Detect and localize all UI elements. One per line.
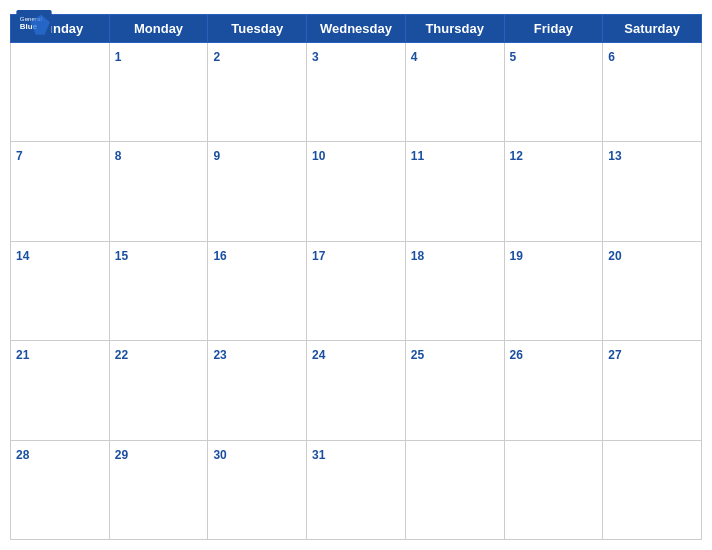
day-number: 9 [213,149,220,163]
calendar-day-16: 16 [208,241,307,340]
calendar-day-24: 24 [307,341,406,440]
day-number: 11 [411,149,424,163]
day-number: 3 [312,50,319,64]
calendar-day-10: 10 [307,142,406,241]
calendar-day-28: 28 [11,440,110,539]
calendar-day-7: 7 [11,142,110,241]
day-number: 5 [510,50,517,64]
day-number: 2 [213,50,220,64]
calendar-day-31: 31 [307,440,406,539]
calendar-week-2: 14151617181920 [11,241,702,340]
calendar-day-6: 6 [603,43,702,142]
day-number: 18 [411,249,424,263]
calendar-day-5: 5 [504,43,603,142]
calendar-day-15: 15 [109,241,208,340]
weekday-header-wednesday: Wednesday [307,15,406,43]
day-number: 13 [608,149,621,163]
day-number: 22 [115,348,128,362]
day-number: 8 [115,149,122,163]
day-number: 14 [16,249,29,263]
day-number: 19 [510,249,523,263]
day-number: 12 [510,149,523,163]
calendar-day-1: 1 [109,43,208,142]
day-number: 29 [115,448,128,462]
calendar-day-2: 2 [208,43,307,142]
calendar-day-22: 22 [109,341,208,440]
calendar-day-empty [504,440,603,539]
calendar-week-0: 123456 [11,43,702,142]
calendar-day-9: 9 [208,142,307,241]
day-number: 23 [213,348,226,362]
calendar-day-20: 20 [603,241,702,340]
calendar-day-3: 3 [307,43,406,142]
calendar-day-8: 8 [109,142,208,241]
calendar-day-empty [11,43,110,142]
calendar-day-17: 17 [307,241,406,340]
day-number: 17 [312,249,325,263]
day-number: 25 [411,348,424,362]
weekday-header-thursday: Thursday [405,15,504,43]
day-number: 1 [115,50,122,64]
calendar-week-4: 28293031 [11,440,702,539]
calendar-body: 1234567891011121314151617181920212223242… [11,43,702,540]
calendar-day-18: 18 [405,241,504,340]
calendar-day-empty [603,440,702,539]
day-number: 21 [16,348,29,362]
day-number: 10 [312,149,325,163]
logo: General Blue [16,10,52,42]
day-number: 6 [608,50,615,64]
calendar: SundayMondayTuesdayWednesdayThursdayFrid… [0,14,712,550]
calendar-day-11: 11 [405,142,504,241]
day-number: 16 [213,249,226,263]
calendar-day-30: 30 [208,440,307,539]
weekday-header-saturday: Saturday [603,15,702,43]
calendar-header: SundayMondayTuesdayWednesdayThursdayFrid… [11,15,702,43]
day-number: 4 [411,50,418,64]
calendar-day-empty [405,440,504,539]
day-number: 30 [213,448,226,462]
logo-icon: General Blue [16,10,52,40]
calendar-day-21: 21 [11,341,110,440]
day-number: 15 [115,249,128,263]
day-number: 28 [16,448,29,462]
calendar-day-23: 23 [208,341,307,440]
calendar-week-1: 78910111213 [11,142,702,241]
calendar-day-12: 12 [504,142,603,241]
calendar-day-19: 19 [504,241,603,340]
page-header: General Blue [0,0,712,14]
calendar-day-13: 13 [603,142,702,241]
calendar-table: SundayMondayTuesdayWednesdayThursdayFrid… [10,14,702,540]
day-number: 31 [312,448,325,462]
calendar-day-4: 4 [405,43,504,142]
calendar-day-27: 27 [603,341,702,440]
calendar-day-26: 26 [504,341,603,440]
calendar-week-3: 21222324252627 [11,341,702,440]
day-number: 20 [608,249,621,263]
day-number: 27 [608,348,621,362]
day-number: 24 [312,348,325,362]
calendar-day-25: 25 [405,341,504,440]
calendar-day-14: 14 [11,241,110,340]
calendar-day-29: 29 [109,440,208,539]
day-number: 7 [16,149,23,163]
weekday-header-tuesday: Tuesday [208,15,307,43]
weekday-header-monday: Monday [109,15,208,43]
weekday-header-friday: Friday [504,15,603,43]
day-number: 26 [510,348,523,362]
